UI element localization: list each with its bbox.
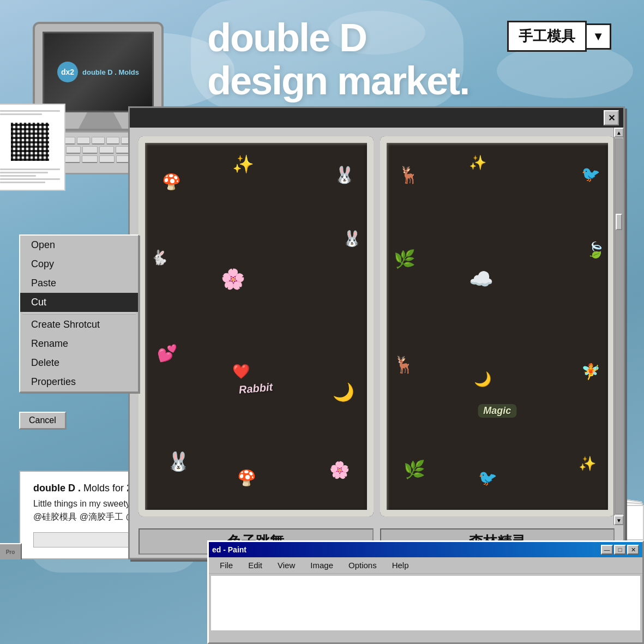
monitor-logo-text: dx2 [61,68,74,76]
title-area: double D design market. [207,16,469,103]
paint-menu-options[interactable]: Options [341,559,384,571]
context-menu: Open Copy Paste Cut Create Shrotcut Rena… [19,234,139,393]
rabbit-deco-2: ✨ [232,155,254,173]
paper-line [0,178,60,180]
context-menu-rename[interactable]: Rename [20,334,138,353]
forest-deco-2: ✨ [469,155,486,170]
context-menu-separator [22,313,136,314]
rabbit-deco-4: 🐇 [151,250,168,264]
monitor-screen: dx2 double D . Molds [43,32,154,112]
rabbit-deco-3: 🐰 [334,167,354,183]
top-dropdown[interactable]: 手工模具 ▼ [507,21,611,52]
monitor-brand-text: double D . Molds [82,68,139,76]
key[interactable] [65,155,80,163]
monitor-screen-content: dx2 double D . Molds [57,62,139,82]
scroll-thumb[interactable] [616,214,622,230]
bottom-panel-input[interactable] [33,532,131,547]
paint-maximize-button[interactable]: □ [614,545,626,555]
cancel-button[interactable]: Cancel [19,412,66,429]
paper-line [0,172,48,173]
key[interactable] [106,137,119,145]
key[interactable] [99,146,114,154]
rabbit-deco-8: ❤️ [232,364,250,378]
scroll-down-button[interactable]: ▼ [614,515,624,525]
paper-line [0,113,42,115]
monitor-logo: dx2 [57,62,78,82]
top-dropdown-label[interactable]: 手工模具 [507,21,587,52]
forest-deco-4: 🌿 [394,250,416,268]
scroll-track[interactable] [615,139,623,514]
paper-line [0,110,60,112]
window-titlebar: ✕ [130,108,623,128]
context-menu-create-shortcut[interactable]: Create Shrotcut [20,315,138,334]
forest-deco-10: 🌿 [404,461,425,478]
top-dropdown-arrow-icon[interactable]: ▼ [587,23,611,50]
paper-line [0,182,45,183]
paint-titlebar: ed - Paint — □ ✕ [209,542,642,557]
title-line1: double D [207,16,469,59]
monitor-stand [79,112,122,129]
paper-line [0,175,36,177]
mold-forest: 🦌 ✨ 🐦 🌿 ☁️ 🍃 🦌 🌙 🧚 🌿 🐦 ✨ Magic [380,136,615,516]
rabbit-deco-5: 🌸 [221,269,245,289]
product-card-forest: 🦌 ✨ 🐦 🌿 ☁️ 🍃 🦌 🌙 🧚 🌿 🐦 ✨ Magic [380,136,615,516]
forest-deco-1: 🦌 [399,167,419,183]
main-window: ✕ 🍄 ✨ 🐰 🐇 🌸 🐰 💕 ❤️ 🌙 🐰 🍄 🌸 [128,106,625,559]
window-content: 🍄 ✨ 🐰 🐇 🌸 🐰 💕 ❤️ 🌙 🐰 🍄 🌸 Rabbit [130,128,623,525]
forest-deco-8: 🌙 [474,372,491,386]
context-menu-open[interactable]: Open [20,236,138,255]
rabbit-deco-9: 🌙 [333,383,354,401]
window-scrollbar: ▲ ▼ [613,128,623,525]
rabbit-deco-6: 🐰 [342,231,362,246]
mold-rabbit: 🍄 ✨ 🐰 🐇 🌸 🐰 💕 ❤️ 🌙 🐰 🍄 🌸 Rabbit [139,136,374,516]
paint-close-button[interactable]: ✕ [627,545,639,555]
cloud-3 [497,44,633,98]
document-paper [0,104,65,191]
paint-canvas[interactable] [211,576,640,630]
context-menu-paste[interactable]: Paste [20,274,138,293]
context-menu-copy[interactable]: Copy [20,255,138,274]
forest-deco-3: 🐦 [581,167,600,182]
forest-deco-12: ✨ [579,456,596,471]
forest-deco-7: 🦌 [394,357,414,373]
rabbit-deco-7: 💕 [157,345,177,362]
forest-deco-11: 🐦 [478,471,497,486]
paint-menu-edit[interactable]: Edit [240,559,270,571]
key[interactable] [99,155,115,163]
rabbit-deco-10: 🐰 [167,452,190,471]
scroll-up-button[interactable]: ▲ [614,128,624,137]
product-image-rabbit: 🍄 ✨ 🐰 🐇 🌸 🐰 💕 ❤️ 🌙 🐰 🍄 🌸 Rabbit [139,136,374,516]
paint-menu-file[interactable]: File [212,559,240,571]
key[interactable] [82,155,97,163]
title-line2: design market. [207,59,469,103]
forest-deco-5: ☁️ [469,269,493,289]
qr-code [11,123,49,161]
paper-line [0,168,60,170]
context-menu-properties[interactable]: Properties [20,372,138,392]
paint-window: ed - Paint — □ ✕ File Edit View Image Op… [207,540,644,644]
context-menu-delete[interactable]: Delete [20,353,138,372]
key[interactable] [66,146,81,154]
paint-menu-help[interactable]: Help [384,559,417,571]
paint-window-buttons: — □ ✕ [601,545,639,555]
forest-mold-label: Magic [478,404,516,418]
context-menu-cut[interactable]: Cut [20,293,138,312]
paint-title: ed - Paint [212,545,246,554]
window-close-button[interactable]: ✕ [604,110,619,125]
forest-deco-6: 🍃 [586,243,605,258]
forest-deco-9: 🧚 [581,364,600,380]
rabbit-deco-11: 🍄 [237,471,256,486]
key[interactable] [92,137,105,145]
rabbit-deco-1: 🍄 [162,174,181,190]
rabbit-deco-12: 🌸 [329,462,350,478]
key[interactable] [82,146,97,154]
product-image-forest: 🦌 ✨ 🐦 🌿 ☁️ 🍃 🦌 🌙 🧚 🌿 🐦 ✨ Magic [380,136,615,516]
product-card-rabbit: 🍄 ✨ 🐰 🐇 🌸 🐰 💕 ❤️ 🌙 🐰 🍄 🌸 Rabbit [139,136,374,516]
key[interactable] [77,137,90,145]
paint-minimize-button[interactable]: — [601,545,613,555]
paint-menu-view[interactable]: View [270,559,303,571]
progress-bar-label: Pro [0,543,22,559]
paint-menu-image[interactable]: Image [303,559,341,571]
paint-menubar: File Edit View Image Options Help [209,557,642,574]
